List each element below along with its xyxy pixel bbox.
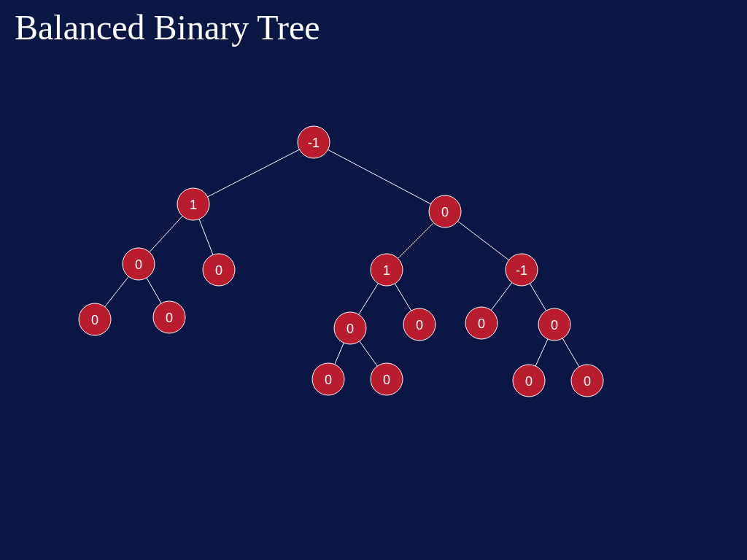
tree-node: 0 — [571, 365, 603, 397]
tree-node-label: 0 — [166, 311, 173, 325]
tree-node: -1 — [298, 126, 330, 158]
tree-node-label: 0 — [91, 313, 98, 327]
tree-diagram: -110001-10000000000 — [0, 0, 747, 560]
tree-node: 0 — [153, 301, 185, 333]
tree-node-label: 0 — [525, 374, 533, 389]
tree-node: 0 — [371, 363, 403, 395]
tree-edge — [314, 142, 445, 211]
tree-node-label: -1 — [308, 136, 320, 150]
tree-node-label: 0 — [383, 373, 390, 387]
tree-node-label: 0 — [347, 322, 354, 336]
tree-node: 0 — [203, 254, 235, 286]
tree-node-label: 0 — [551, 318, 558, 332]
tree-node-label: -1 — [516, 263, 527, 278]
tree-node: 1 — [371, 254, 403, 286]
tree-node: 1 — [177, 188, 209, 220]
tree-node-label: 0 — [478, 316, 485, 331]
tree-node: 0 — [513, 365, 545, 397]
tree-node: 0 — [538, 308, 570, 341]
tree-node-label: 0 — [215, 263, 222, 278]
tree-node: 0 — [429, 195, 461, 228]
tree-node: 0 — [403, 308, 436, 341]
tree-node-label: 1 — [190, 198, 197, 212]
tree-node-label: 0 — [135, 257, 142, 272]
tree-node: 0 — [79, 303, 111, 335]
tree-node-label: 1 — [383, 263, 390, 278]
tree-node-label: 0 — [584, 374, 591, 389]
tree-edge — [193, 142, 314, 204]
tree-node: 0 — [334, 312, 366, 344]
tree-node: 0 — [465, 307, 498, 339]
tree-node: 0 — [312, 363, 344, 395]
tree-node: -1 — [506, 254, 538, 286]
tree-node-label: 0 — [416, 318, 423, 332]
tree-node-label: 0 — [441, 205, 449, 219]
tree-node-label: 0 — [325, 373, 332, 387]
tree-node: 0 — [123, 248, 155, 280]
